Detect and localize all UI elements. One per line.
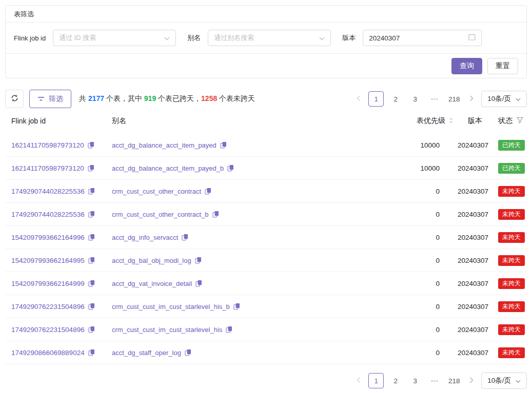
filter-toggle-button[interactable]: 筛选 [29, 90, 71, 108]
page-button-2[interactable]: 2 [388, 373, 403, 388]
copy-icon[interactable] [88, 188, 95, 195]
copy-icon[interactable] [212, 211, 219, 218]
alias-link[interactable]: acct_dg_balance_acct_item_payed_b [112, 164, 224, 172]
flink-job-id-link[interactable]: 1749290762231504896 [11, 326, 85, 334]
prev-page-button[interactable] [353, 373, 364, 388]
copy-icon[interactable] [226, 326, 232, 333]
alias-link[interactable]: crm_cust_cust_im_cust_starlevel_his_b [112, 303, 230, 311]
chevron-right-icon [469, 376, 474, 385]
alias-link[interactable]: acct_dg_vat_invoice_detail [112, 280, 192, 287]
sorter-icon[interactable] [449, 117, 454, 126]
flink-job-id-link[interactable]: 1749290762231504896 [11, 303, 85, 311]
copy-icon[interactable] [88, 141, 94, 149]
version-value: 20240307 [457, 303, 491, 311]
flink-job-id-link[interactable]: 1542097993662164996 [11, 234, 85, 241]
flink-job-id-link[interactable]: 1749290866069889024 [11, 349, 85, 357]
page-button-1[interactable]: 1 [368, 91, 384, 107]
version-value: 20240307 [457, 257, 491, 264]
flink-job-id-link[interactable]: 1542097993662164995 [11, 257, 85, 264]
status-badge: 未跨天 [498, 186, 525, 197]
status-badge: 已跨天 [498, 140, 525, 151]
chevron-right-icon [469, 94, 474, 104]
page-button-218[interactable]: 218 [446, 91, 462, 107]
version-value: 20240307 [457, 326, 491, 334]
copy-icon[interactable] [88, 349, 95, 356]
status-badge: 未跨天 [498, 209, 525, 220]
copy-icon[interactable] [220, 141, 227, 149]
page-ellipsis[interactable]: ••• [427, 373, 442, 388]
column-header-status[interactable]: 状态 [491, 116, 527, 126]
alias-link[interactable]: acct_dg_staff_oper_log [112, 349, 181, 357]
column-header-priority[interactable]: 表优先级 [375, 116, 457, 126]
version-value: 20240307 [457, 164, 491, 172]
alias-link[interactable]: acct_dg_bal_obj_modi_log [112, 257, 191, 264]
status-badge: 未跨天 [498, 347, 525, 358]
priority-value: 0 [375, 211, 457, 218]
copy-icon[interactable] [227, 164, 234, 172]
flink-job-id-placeholder: 通过 ID 搜索 [59, 33, 96, 43]
page-button-2[interactable]: 2 [388, 91, 403, 107]
chevron-down-icon [516, 377, 521, 385]
page-button-1[interactable]: 1 [368, 373, 384, 388]
bottom-pager-row: 1 2 3 ••• 218 10条/页 [5, 373, 527, 389]
page-button-218[interactable]: 218 [446, 373, 462, 388]
copy-icon[interactable] [88, 211, 95, 218]
table-row: 1542097993662164999 acct_dg_vat_invoice_… [5, 272, 527, 295]
copy-icon[interactable] [182, 234, 188, 241]
copy-icon[interactable] [88, 164, 94, 172]
alias-link[interactable]: crm_cust_cust_im_cust_starlevel_his [112, 326, 222, 334]
copy-icon[interactable] [88, 234, 95, 241]
table-row: 1542097993662164996 acct_dg_info_servacc… [5, 226, 527, 249]
alias-link[interactable]: acct_dg_info_servacct [112, 234, 178, 241]
status-badge: 未跨天 [498, 232, 525, 243]
flink-job-id-link[interactable]: 1621411705987973120 [11, 141, 84, 149]
column-header-flink-job-id: Flink job id [11, 117, 112, 125]
alias-link[interactable]: crm_cust_cust_other_contract [112, 188, 201, 195]
version-date-input[interactable]: 20240307 [363, 30, 482, 46]
copy-icon[interactable] [233, 303, 240, 310]
priority-value: 10000 [375, 164, 457, 172]
page-button-3[interactable]: 3 [407, 91, 423, 107]
status-badge: 未跨天 [498, 278, 525, 289]
page-ellipsis[interactable]: ••• [427, 91, 442, 107]
next-page-button[interactable] [466, 91, 477, 107]
page-button-3[interactable]: 3 [407, 373, 423, 388]
status-badge: 未跨天 [498, 324, 525, 335]
page-size-select[interactable]: 10条/页 [481, 91, 527, 107]
alias-link[interactable]: crm_cust_cust_other_contract_b [112, 211, 209, 218]
priority-value: 0 [375, 349, 457, 357]
flink-job-id-link[interactable]: 1749290744028225536 [11, 211, 85, 218]
copy-icon[interactable] [205, 188, 211, 195]
flink-job-id-link[interactable]: 1542097993662164999 [11, 280, 85, 287]
copy-icon[interactable] [88, 303, 95, 310]
status-header-label: 状态 [498, 116, 513, 126]
flink-job-id-link[interactable]: 1621411705987973120 [11, 164, 84, 172]
flink-job-id-link[interactable]: 1749290744028225536 [11, 188, 85, 195]
priority-value: 0 [375, 326, 457, 334]
page-size-value: 10条/页 [487, 376, 511, 385]
column-header-version: 版本 [457, 116, 491, 126]
flink-job-id-select[interactable]: 通过 ID 搜索 [53, 30, 176, 46]
copy-icon[interactable] [88, 280, 95, 287]
prev-page-button[interactable] [353, 91, 364, 107]
copy-icon[interactable] [195, 280, 202, 287]
query-button[interactable]: 查询 [451, 58, 482, 74]
copy-icon[interactable] [185, 349, 191, 356]
version-label: 版本 [342, 33, 356, 43]
refresh-button[interactable] [5, 90, 24, 108]
table-row: 1749290866069889024 acct_dg_staff_oper_l… [5, 341, 527, 364]
stats-text: 个表未跨天 [217, 94, 255, 102]
reset-button[interactable]: 重置 [487, 58, 518, 74]
page-size-select[interactable]: 10条/页 [481, 373, 527, 389]
alias-link[interactable]: acct_dg_balance_acct_item_payed [112, 141, 216, 149]
chevron-left-icon [357, 376, 361, 385]
table-body: 1621411705987973120 acct_dg_balance_acct… [5, 134, 527, 364]
filter-funnel-icon[interactable] [517, 117, 523, 125]
pagination-bottom: 1 2 3 ••• 218 10条/页 [353, 373, 527, 389]
next-page-button[interactable] [466, 373, 477, 388]
copy-icon[interactable] [195, 257, 202, 264]
copy-icon[interactable] [88, 326, 95, 333]
copy-icon[interactable] [88, 257, 95, 264]
alias-placeholder: 通过别名搜索 [214, 33, 254, 43]
alias-select[interactable]: 通过别名搜索 [208, 30, 331, 46]
